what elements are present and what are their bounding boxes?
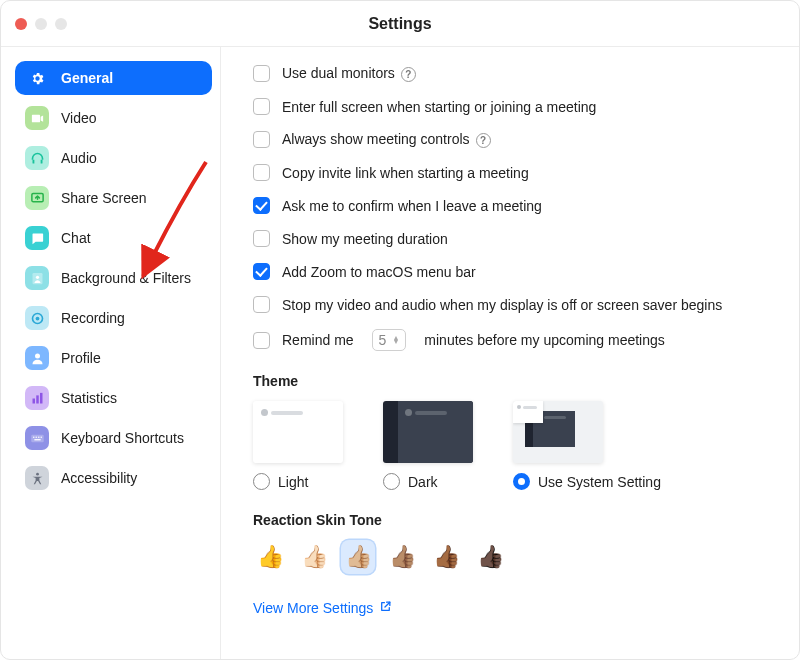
- option-label: Show my meeting duration: [282, 231, 448, 247]
- option-row: Ask me to confirm when I leave a meeting: [253, 197, 771, 214]
- svg-point-5: [35, 353, 40, 358]
- option-remind-me: Remind me 5 ▲▼ minutes before my upcomin…: [253, 329, 771, 351]
- info-icon[interactable]: [401, 67, 416, 82]
- remind-minutes-stepper[interactable]: 5 ▲▼: [372, 329, 407, 351]
- svg-rect-7: [36, 395, 39, 403]
- sidebar-item-label: Video: [61, 110, 97, 126]
- chat-icon: [25, 226, 49, 250]
- sidebar-item-video[interactable]: Video: [15, 101, 212, 135]
- sidebar-item-share-screen[interactable]: Share Screen: [15, 181, 212, 215]
- skin-tone-option[interactable]: 👍🏼: [341, 540, 375, 574]
- checkbox-remind-me[interactable]: [253, 332, 270, 349]
- sidebar-item-recording[interactable]: Recording: [15, 301, 212, 335]
- option-label: Stop my video and audio when my display …: [282, 297, 722, 313]
- checkbox[interactable]: [253, 164, 270, 181]
- sidebar-item-keyboard-shortcuts[interactable]: Keyboard Shortcuts: [15, 421, 212, 455]
- zoom-icon[interactable]: [55, 18, 67, 30]
- option-label: Enter full screen when starting or joini…: [282, 99, 596, 115]
- option-label: Add Zoom to macOS menu bar: [282, 264, 476, 280]
- info-icon[interactable]: [476, 133, 491, 148]
- record-icon: [25, 306, 49, 330]
- share-screen-icon: [25, 186, 49, 210]
- theme-label-dark: Dark: [408, 474, 438, 490]
- sidebar-item-profile[interactable]: Profile: [15, 341, 212, 375]
- svg-rect-8: [40, 392, 43, 403]
- close-icon[interactable]: [15, 18, 27, 30]
- option-row: Show my meeting duration: [253, 230, 771, 247]
- checkbox[interactable]: [253, 230, 270, 247]
- radio-light[interactable]: [253, 473, 270, 490]
- general-settings-panel: Use dual monitorsEnter full screen when …: [221, 47, 799, 659]
- theme-thumb-system: [513, 401, 603, 463]
- sidebar-item-statistics[interactable]: Statistics: [15, 381, 212, 415]
- settings-window: Settings GeneralVideoAudioShare ScreenCh…: [0, 0, 800, 660]
- theme-option-light[interactable]: Light: [253, 401, 343, 490]
- option-row: Copy invite link when starting a meeting: [253, 164, 771, 181]
- headphones-icon: [25, 146, 49, 170]
- window-controls: [15, 18, 67, 30]
- svg-rect-6: [32, 398, 35, 403]
- skin-tone-option[interactable]: 👍🏽: [385, 540, 419, 574]
- theme-options: Light Dark: [253, 401, 771, 490]
- sidebar-item-label: Audio: [61, 150, 97, 166]
- skin-tone-option[interactable]: 👍🏾: [429, 540, 463, 574]
- minimize-icon[interactable]: [35, 18, 47, 30]
- svg-point-4: [35, 316, 39, 320]
- theme-thumb-light: [253, 401, 343, 463]
- sidebar-item-general[interactable]: General: [15, 61, 212, 95]
- sidebar-item-label: Recording: [61, 310, 125, 326]
- titlebar: Settings: [1, 1, 799, 47]
- checkbox[interactable]: [253, 65, 270, 82]
- checkbox[interactable]: [253, 98, 270, 115]
- checkbox[interactable]: [253, 296, 270, 313]
- theme-option-dark[interactable]: Dark: [383, 401, 473, 490]
- sidebar-item-label: Share Screen: [61, 190, 147, 206]
- sidebar-item-background-filters[interactable]: Background & Filters: [15, 261, 212, 295]
- checkbox[interactable]: [253, 197, 270, 214]
- svg-rect-12: [38, 436, 39, 437]
- svg-point-15: [36, 472, 39, 475]
- skin-tone-option[interactable]: 👍🏿: [473, 540, 507, 574]
- view-more-label: View More Settings: [253, 600, 373, 616]
- sidebar-item-label: Accessibility: [61, 470, 137, 486]
- option-row: Always show meeting controls: [253, 131, 771, 148]
- remind-minutes-value: 5: [379, 332, 387, 348]
- svg-rect-11: [35, 436, 36, 437]
- svg-rect-14: [34, 439, 40, 440]
- skin-tone-option[interactable]: 👍: [253, 540, 287, 574]
- remind-me-prefix: Remind me: [282, 332, 354, 348]
- option-label: Use dual monitors: [282, 65, 416, 82]
- external-link-icon: [379, 600, 392, 616]
- skin-tone-option[interactable]: 👍🏻: [297, 540, 331, 574]
- statistics-icon: [25, 386, 49, 410]
- radio-dark[interactable]: [383, 473, 400, 490]
- svg-rect-9: [31, 434, 44, 442]
- sidebar-item-accessibility[interactable]: Accessibility: [15, 461, 212, 495]
- option-label: Always show meeting controls: [282, 131, 491, 148]
- sidebar-item-audio[interactable]: Audio: [15, 141, 212, 175]
- sidebar-item-chat[interactable]: Chat: [15, 221, 212, 255]
- video-icon: [25, 106, 49, 130]
- checkbox[interactable]: [253, 263, 270, 280]
- gear-icon: [25, 66, 49, 90]
- theme-label-light: Light: [278, 474, 308, 490]
- sidebar-item-label: Keyboard Shortcuts: [61, 430, 184, 446]
- portrait-icon: [25, 266, 49, 290]
- sidebar-item-label: Profile: [61, 350, 101, 366]
- remind-me-suffix: minutes before my upcoming meetings: [424, 332, 664, 348]
- skin-tone-options: 👍👍🏻👍🏼👍🏽👍🏾👍🏿: [253, 540, 771, 574]
- theme-option-system[interactable]: Use System Setting: [513, 401, 661, 490]
- sidebar-item-label: Statistics: [61, 390, 117, 406]
- sidebar-item-label: Background & Filters: [61, 270, 191, 286]
- theme-thumb-dark: [383, 401, 473, 463]
- view-more-settings-link[interactable]: View More Settings: [253, 600, 392, 616]
- svg-rect-10: [33, 436, 34, 437]
- svg-rect-13: [40, 436, 41, 437]
- sidebar-item-label: General: [61, 70, 113, 86]
- svg-point-2: [35, 275, 38, 278]
- stepper-arrows-icon: ▲▼: [392, 336, 399, 344]
- checkbox[interactable]: [253, 131, 270, 148]
- profile-icon: [25, 346, 49, 370]
- radio-system[interactable]: [513, 473, 530, 490]
- keyboard-icon: [25, 426, 49, 450]
